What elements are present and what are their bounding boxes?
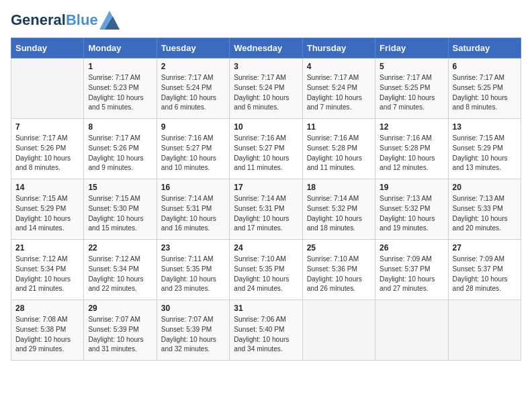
calendar-day-cell: 25Sunrise: 7:10 AMSunset: 5:36 PMDayligh… (302, 240, 375, 300)
calendar-week-row: 28Sunrise: 7:08 AMSunset: 5:38 PMDayligh… (11, 300, 521, 361)
calendar-day-cell (448, 300, 521, 361)
calendar-day-cell: 29Sunrise: 7:07 AMSunset: 5:39 PMDayligh… (84, 300, 157, 361)
calendar-day-cell: 11Sunrise: 7:16 AMSunset: 5:28 PMDayligh… (302, 119, 375, 179)
day-number: 4 (307, 62, 371, 71)
calendar-day-cell: 20Sunrise: 7:13 AMSunset: 5:33 PMDayligh… (448, 179, 521, 240)
calendar-day-cell: 15Sunrise: 7:15 AMSunset: 5:30 PMDayligh… (84, 179, 157, 240)
calendar-day-cell: 17Sunrise: 7:14 AMSunset: 5:31 PMDayligh… (230, 179, 302, 240)
day-info: Sunrise: 7:10 AMSunset: 5:36 PMDaylight:… (307, 255, 371, 294)
calendar-day-cell: 10Sunrise: 7:16 AMSunset: 5:27 PMDayligh… (230, 119, 302, 179)
weekday-header-thursday: Thursday (302, 38, 375, 58)
calendar-week-row: 21Sunrise: 7:12 AMSunset: 5:34 PMDayligh… (11, 240, 521, 300)
day-number: 12 (380, 122, 443, 132)
calendar-day-cell: 7Sunrise: 7:17 AMSunset: 5:26 PMDaylight… (11, 119, 84, 179)
calendar-day-cell: 28Sunrise: 7:08 AMSunset: 5:38 PMDayligh… (11, 300, 84, 361)
calendar-day-cell (302, 300, 375, 361)
weekday-header-sunday: Sunday (11, 38, 84, 58)
day-number: 6 (453, 62, 517, 71)
day-number: 7 (15, 122, 79, 132)
calendar-day-cell: 22Sunrise: 7:12 AMSunset: 5:34 PMDayligh… (84, 240, 157, 300)
day-info: Sunrise: 7:17 AMSunset: 5:25 PMDaylight:… (453, 73, 517, 113)
calendar-day-cell: 19Sunrise: 7:13 AMSunset: 5:32 PMDayligh… (375, 179, 448, 240)
day-info: Sunrise: 7:15 AMSunset: 5:29 PMDaylight:… (453, 134, 517, 173)
calendar-day-cell: 3Sunrise: 7:17 AMSunset: 5:24 PMDaylight… (230, 58, 302, 119)
weekday-header-tuesday: Tuesday (157, 38, 229, 58)
day-number: 27 (453, 243, 517, 253)
day-info: Sunrise: 7:06 AMSunset: 5:40 PMDaylight:… (234, 315, 298, 355)
calendar-day-cell (11, 58, 84, 119)
day-number: 26 (380, 243, 443, 253)
calendar-day-cell: 8Sunrise: 7:17 AMSunset: 5:26 PMDaylight… (84, 119, 157, 179)
day-info: Sunrise: 7:16 AMSunset: 5:28 PMDaylight:… (380, 134, 443, 173)
calendar-day-cell: 24Sunrise: 7:10 AMSunset: 5:35 PMDayligh… (230, 240, 302, 300)
day-number: 28 (15, 304, 79, 313)
day-info: Sunrise: 7:07 AMSunset: 5:39 PMDaylight:… (161, 315, 225, 355)
day-info: Sunrise: 7:11 AMSunset: 5:35 PMDaylight:… (161, 255, 225, 294)
calendar-day-cell: 18Sunrise: 7:14 AMSunset: 5:32 PMDayligh… (302, 179, 375, 240)
day-info: Sunrise: 7:10 AMSunset: 5:35 PMDaylight:… (234, 255, 298, 294)
calendar-table: SundayMondayTuesdayWednesdayThursdayFrid… (11, 38, 521, 361)
day-info: Sunrise: 7:15 AMSunset: 5:29 PMDaylight:… (15, 194, 79, 234)
weekday-header-saturday: Saturday (448, 38, 521, 58)
day-number: 13 (453, 122, 517, 132)
day-info: Sunrise: 7:16 AMSunset: 5:27 PMDaylight:… (234, 134, 298, 173)
day-info: Sunrise: 7:14 AMSunset: 5:31 PMDaylight:… (161, 194, 225, 234)
logo-text: GeneralBlue (11, 12, 98, 28)
day-number: 18 (307, 183, 371, 192)
day-number: 14 (15, 183, 79, 192)
day-number: 9 (161, 122, 225, 132)
calendar-day-cell: 1Sunrise: 7:17 AMSunset: 5:23 PMDaylight… (84, 58, 157, 119)
calendar-day-cell: 14Sunrise: 7:15 AMSunset: 5:29 PMDayligh… (11, 179, 84, 240)
day-number: 8 (88, 122, 152, 132)
calendar-day-cell: 12Sunrise: 7:16 AMSunset: 5:28 PMDayligh… (375, 119, 448, 179)
day-number: 3 (234, 62, 298, 71)
day-info: Sunrise: 7:17 AMSunset: 5:24 PMDaylight:… (307, 73, 371, 113)
calendar-day-cell: 6Sunrise: 7:17 AMSunset: 5:25 PMDaylight… (448, 58, 521, 119)
calendar-day-cell (375, 300, 448, 361)
calendar-day-cell: 5Sunrise: 7:17 AMSunset: 5:25 PMDaylight… (375, 58, 448, 119)
calendar-day-cell: 21Sunrise: 7:12 AMSunset: 5:34 PMDayligh… (11, 240, 84, 300)
day-info: Sunrise: 7:16 AMSunset: 5:27 PMDaylight:… (161, 134, 225, 173)
day-number: 23 (161, 243, 225, 253)
weekday-header-wednesday: Wednesday (230, 38, 302, 58)
day-number: 11 (307, 122, 371, 132)
day-number: 2 (161, 62, 225, 71)
day-number: 16 (161, 183, 225, 192)
weekday-header-monday: Monday (84, 38, 157, 58)
calendar-day-cell: 9Sunrise: 7:16 AMSunset: 5:27 PMDaylight… (157, 119, 229, 179)
day-number: 1 (88, 62, 152, 71)
day-number: 24 (234, 243, 298, 253)
day-info: Sunrise: 7:15 AMSunset: 5:30 PMDaylight:… (88, 194, 152, 234)
day-info: Sunrise: 7:17 AMSunset: 5:23 PMDaylight:… (88, 73, 152, 113)
day-info: Sunrise: 7:09 AMSunset: 5:37 PMDaylight:… (453, 255, 517, 294)
calendar-day-cell: 16Sunrise: 7:14 AMSunset: 5:31 PMDayligh… (157, 179, 229, 240)
page-header: GeneralBlue (11, 11, 521, 30)
day-number: 20 (453, 183, 517, 192)
day-number: 17 (234, 183, 298, 192)
calendar-day-cell: 27Sunrise: 7:09 AMSunset: 5:37 PMDayligh… (448, 240, 521, 300)
day-number: 29 (88, 304, 152, 313)
calendar-day-cell: 4Sunrise: 7:17 AMSunset: 5:24 PMDaylight… (302, 58, 375, 119)
logo: GeneralBlue (11, 11, 120, 30)
day-number: 30 (161, 304, 225, 313)
weekday-header-friday: Friday (375, 38, 448, 58)
logo-icon (99, 11, 120, 30)
day-number: 15 (88, 183, 152, 192)
day-info: Sunrise: 7:13 AMSunset: 5:32 PMDaylight:… (380, 194, 443, 234)
day-number: 31 (234, 304, 298, 313)
calendar-week-row: 14Sunrise: 7:15 AMSunset: 5:29 PMDayligh… (11, 179, 521, 240)
day-info: Sunrise: 7:14 AMSunset: 5:32 PMDaylight:… (307, 194, 371, 234)
day-info: Sunrise: 7:07 AMSunset: 5:39 PMDaylight:… (88, 315, 152, 355)
day-number: 10 (234, 122, 298, 132)
day-info: Sunrise: 7:14 AMSunset: 5:31 PMDaylight:… (234, 194, 298, 234)
day-info: Sunrise: 7:12 AMSunset: 5:34 PMDaylight:… (88, 255, 152, 294)
calendar-day-cell: 13Sunrise: 7:15 AMSunset: 5:29 PMDayligh… (448, 119, 521, 179)
calendar-day-cell: 30Sunrise: 7:07 AMSunset: 5:39 PMDayligh… (157, 300, 229, 361)
day-info: Sunrise: 7:17 AMSunset: 5:26 PMDaylight:… (88, 134, 152, 173)
day-number: 5 (380, 62, 443, 71)
calendar-day-cell: 2Sunrise: 7:17 AMSunset: 5:24 PMDaylight… (157, 58, 229, 119)
day-info: Sunrise: 7:09 AMSunset: 5:37 PMDaylight:… (380, 255, 443, 294)
calendar-week-row: 7Sunrise: 7:17 AMSunset: 5:26 PMDaylight… (11, 119, 521, 179)
day-number: 25 (307, 243, 371, 253)
calendar-week-row: 1Sunrise: 7:17 AMSunset: 5:23 PMDaylight… (11, 58, 521, 119)
